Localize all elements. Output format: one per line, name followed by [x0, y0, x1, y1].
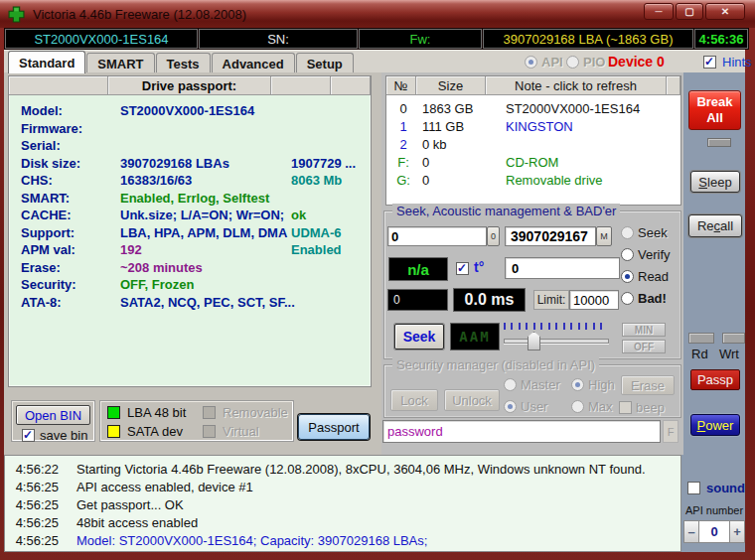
- start-lba-input[interactable]: [387, 226, 487, 246]
- unlock-button: Unlock: [444, 389, 500, 411]
- sound-checkbox[interactable]: sound: [687, 481, 745, 495]
- passport-header: Drive passport:: [9, 76, 371, 95]
- indicator-label: Virtual: [223, 424, 259, 439]
- drive-row[interactable]: 0 1863 GB ST2000VX000-1ES164: [386, 99, 680, 117]
- api-number-plus-button[interactable]: +: [729, 520, 745, 543]
- temperature-checkbox[interactable]: [456, 262, 469, 275]
- bottom-right-panel: sound API number – 0 +: [681, 455, 745, 552]
- drive-row[interactable]: 2 0 kb: [386, 135, 680, 153]
- drive-row[interactable]: G: 0 Removable drive: [386, 171, 680, 189]
- sound-label: sound: [706, 481, 745, 495]
- drive-row[interactable]: 1 111 GB KINGSTON: [386, 117, 680, 135]
- pio-radio[interactable]: PIO: [566, 55, 605, 70]
- drive-number: 1: [386, 119, 420, 134]
- end-lba-input[interactable]: [505, 226, 596, 246]
- api-radio-circle: [525, 56, 537, 69]
- passport-row-label: ATA-8:: [21, 295, 120, 310]
- aam-slider-thumb[interactable]: [528, 332, 540, 350]
- pio-radio-label: PIO: [583, 55, 605, 70]
- tab[interactable]: Standard: [8, 51, 85, 73]
- tab[interactable]: Tests: [156, 53, 211, 73]
- passp-button[interactable]: Passp: [690, 369, 740, 390]
- seek-button[interactable]: Seek: [394, 324, 444, 350]
- indicator: LBA 48 bit: [107, 403, 203, 422]
- drive-table[interactable]: № Size Note - click to refresh 0 1863 GB…: [385, 75, 681, 206]
- log-message: API access enabled, device #1: [59, 480, 253, 494]
- passport-row: Support: LBA, HPA, APM, DLM, DMA UDMA-6: [21, 224, 371, 242]
- temperature-lcd: n/a: [388, 257, 448, 281]
- log-entry: 4:56:25 Get passport... OK: [5, 495, 680, 513]
- open-bin-button[interactable]: Open BIN: [16, 405, 90, 425]
- log-panel[interactable]: 4:56:22 Starting Victoria 4.46b Freeware…: [4, 455, 681, 552]
- passport-button[interactable]: Passport: [298, 414, 370, 440]
- tab[interactable]: Advanced: [212, 53, 295, 73]
- passport-row-label: Disk size:: [21, 156, 120, 171]
- mode-radio[interactable]: Seek: [621, 221, 671, 243]
- passport-row: ATA-8: SATA2, NCQ, PEC, SCT, SF...: [21, 294, 371, 312]
- recall-button[interactable]: Recall: [688, 214, 742, 237]
- log-time: 4:56:25: [5, 533, 59, 548]
- aam-off-button[interactable]: OFF: [622, 340, 666, 353]
- aam-slider[interactable]: [504, 323, 611, 352]
- drive-row[interactable]: F: 0 CD-ROM: [386, 153, 680, 171]
- mode-radio[interactable]: Read: [621, 265, 671, 287]
- limit-input[interactable]: [569, 290, 619, 310]
- passport-row-value: 16383/16/63: [120, 173, 291, 188]
- drive-number: 0: [386, 101, 420, 116]
- indicator-swatch: [107, 406, 120, 419]
- password-input[interactable]: [382, 420, 661, 443]
- break-all-button[interactable]: Break All: [688, 90, 741, 130]
- mode-radio-label: Seek: [638, 225, 668, 240]
- mode-radio[interactable]: Verify: [621, 243, 671, 265]
- close-button[interactable]: ✕: [705, 3, 745, 20]
- api-radio-label: API: [541, 55, 563, 70]
- maximize-button[interactable]: ▢: [676, 3, 703, 20]
- passport-row-value2: UDMA-6: [291, 225, 371, 240]
- passport-row: Security: OFF, Frozen: [21, 276, 371, 294]
- api-radio[interactable]: API: [525, 55, 563, 70]
- passport-row: Model: ST2000VX000-1ES164: [21, 102, 371, 120]
- indicator-label: Removable: [223, 405, 288, 420]
- passport-row-label: Erase:: [21, 260, 120, 275]
- seek-section: Seek, Acoustic management & BAD'er 0 M S…: [383, 210, 681, 359]
- tab[interactable]: Setup: [296, 53, 354, 73]
- tab[interactable]: SMART: [86, 53, 154, 73]
- read-indicator: [688, 333, 714, 344]
- aam-min-button[interactable]: MIN: [622, 323, 666, 337]
- temperature-input[interactable]: [505, 257, 620, 279]
- mode-radio-label: Read: [638, 269, 669, 284]
- passport-row-value: ST2000VX000-1ES164: [120, 103, 291, 118]
- api-number-minus-button[interactable]: –: [683, 520, 699, 543]
- side-panel: Break All Sleep Recall Rd Wrt Passp Powe…: [683, 72, 745, 455]
- drive-table-header[interactable]: № Size Note - click to refresh: [386, 76, 680, 95]
- indicator: SATA dev: [107, 422, 203, 441]
- passport-row: Erase: ~208 minutes: [21, 259, 371, 277]
- device-label: Device 0: [608, 54, 665, 70]
- passport-row: Disk size: 3907029168 LBAs 1907729 ...: [21, 155, 371, 173]
- power-button[interactable]: Power: [690, 414, 740, 436]
- passport-row: Serial:: [21, 137, 371, 155]
- window-title: Victoria 4.46b Freeware (12.08.2008): [33, 7, 246, 22]
- drive-size: 1863 GB: [420, 101, 490, 116]
- indicator-frame: LBA 48 bit SATA dev Removable Virtual: [99, 400, 294, 442]
- log-message: 48bit access enabled: [59, 515, 198, 530]
- passport-row-value: 192: [120, 242, 291, 257]
- drive-size: 0 kb: [420, 137, 490, 152]
- bin-frame: Open BIN save bin: [11, 400, 95, 442]
- minimize-button[interactable]: ─: [644, 3, 674, 20]
- mode-radio[interactable]: Bad!: [621, 287, 671, 309]
- passport-row-value: SATA2, NCQ, PEC, SCT, SF...: [120, 295, 291, 310]
- col-number: №: [386, 76, 416, 95]
- drive-note: Removable drive: [490, 173, 680, 188]
- log-message: Model: ST2000VX000-1ES164; Capacity: 390…: [59, 533, 427, 548]
- sleep-button[interactable]: Sleep: [690, 171, 740, 193]
- mode-radio-circle: [621, 292, 634, 305]
- info-bar: ST2000VX000-1ES164 SN: Fw: 3907029168 LB…: [4, 28, 749, 50]
- drive-note: CD-ROM: [490, 155, 680, 170]
- password-f-button[interactable]: F: [663, 420, 679, 443]
- start-reset-button[interactable]: 0: [487, 226, 500, 246]
- write-indicator: [722, 333, 745, 344]
- hints-checkbox[interactable]: Hints: [703, 55, 752, 70]
- max-lba-button[interactable]: M: [596, 226, 612, 246]
- save-bin-checkbox[interactable]: save bin: [17, 428, 87, 443]
